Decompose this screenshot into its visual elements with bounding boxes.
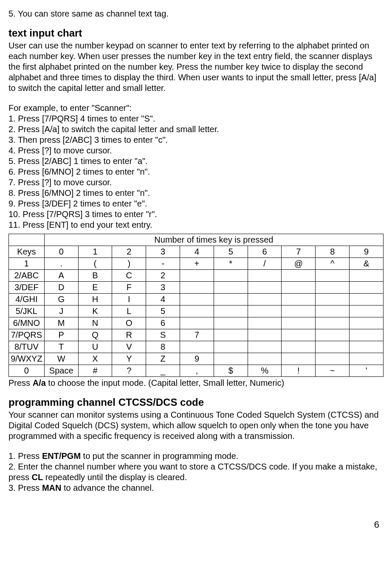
table-cell [350, 317, 384, 329]
table-cell [316, 306, 350, 317]
table-row: 5/JKL J K L 5 [9, 306, 384, 317]
table-key-cell: 6/MNO [9, 317, 45, 329]
table-cell [214, 270, 248, 282]
table-cell [248, 341, 282, 353]
page-number: 6 [8, 519, 384, 531]
table-cell [248, 317, 282, 329]
table-cell: S [146, 329, 180, 341]
table-cell: I [112, 294, 146, 306]
example-step: 2. Press [A/a] to switch the capital let… [8, 124, 384, 135]
table-key-cell: 9/WXYZ [9, 353, 45, 365]
table-cell: ) [112, 258, 146, 270]
table-cell: ' [350, 365, 384, 377]
table-cell [214, 341, 248, 353]
table-key-cell: 4/GHI [9, 294, 45, 306]
table-row: 3/DEF D E F 3 [9, 282, 384, 294]
table-cell [180, 270, 214, 282]
table-cell [214, 353, 248, 365]
bold-key: ENT/PGM [42, 451, 81, 461]
table-cell: X [78, 353, 112, 365]
table-cell [350, 329, 384, 341]
table-cell: 9 [180, 353, 214, 365]
text-fragment: to advance the channel. [61, 483, 154, 492]
table-cell: J [44, 306, 78, 317]
example-step: 7. Press [?] to move cursor. [8, 177, 384, 188]
chart-intro-paragraph: User can use the number keypad on scanne… [8, 40, 384, 93]
table-cell: Space [44, 365, 78, 377]
table-cell: T [44, 341, 78, 353]
table-cell: _ [146, 365, 180, 377]
example-step: 5. Press [2/ABC] 1 times to enter "a". [8, 156, 384, 167]
bold-key: CL [31, 472, 43, 482]
table-cell: K [78, 306, 112, 317]
table-cell [316, 282, 350, 294]
table-cell [350, 294, 384, 306]
text-fragment: Press [8, 378, 33, 388]
table-cell [350, 306, 384, 317]
table-cell: 2 [146, 270, 180, 282]
table-cell: - [146, 258, 180, 270]
table-cell: O [112, 317, 146, 329]
table-row: 9/WXYZ W X Y Z 9 [9, 353, 384, 365]
heading-ctcss-dcs: programming channel CTCSS/DCS code [8, 396, 384, 409]
table-cell [248, 329, 282, 341]
table-cell: @ [282, 258, 316, 270]
table-header-cell: 7 [282, 246, 316, 258]
table-cell: A [44, 270, 78, 282]
example-step: 6. Press [6/MNO] 2 times to enter "n". [8, 167, 384, 177]
table-cell [214, 329, 248, 341]
table-key-cell: 7/PQRS [9, 329, 45, 341]
table-cell: U [78, 341, 112, 353]
table-cell [282, 317, 316, 329]
table-cell: ^ [316, 258, 350, 270]
table-cell [282, 306, 316, 317]
ctcss-intro-paragraph: Your scanner can monitor systems using a… [8, 410, 384, 441]
table-cell [248, 294, 282, 306]
table-header-cell: 5 [214, 246, 248, 258]
text-input-chart-table: Number of times key is pressed Keys 0 1 … [8, 234, 384, 377]
table-cell [248, 282, 282, 294]
table-cell [316, 341, 350, 353]
table-cell: P [44, 329, 78, 341]
table-cell: M [44, 317, 78, 329]
table-cell: R [112, 329, 146, 341]
table-cell: Y [112, 353, 146, 365]
table-key-cell: 3/DEF [9, 282, 45, 294]
table-header-cell: 8 [316, 246, 350, 258]
table-cell: * [214, 258, 248, 270]
table-cell: F [112, 282, 146, 294]
table-cell [214, 306, 248, 317]
table-cell: / [248, 258, 282, 270]
table-row: 4/GHI G H I 4 [9, 294, 384, 306]
table-cell: ~ [316, 365, 350, 377]
table-cell: % [248, 365, 282, 377]
table-cell [350, 282, 384, 294]
example-step: 10. Press [7/PQRS] 3 times to enter "r". [8, 209, 384, 220]
ctcss-step: 2. Enter the channel number where you wa… [8, 461, 384, 483]
intro-line: 5. You can store same as channel text ta… [8, 8, 384, 19]
table-cell [316, 294, 350, 306]
table-cell: 6 [146, 317, 180, 329]
table-cell [282, 282, 316, 294]
table-cell [282, 353, 316, 365]
table-key-cell: 1 [9, 258, 45, 270]
table-row: 0 Space # ? _ , $ % ! ~ ' [9, 365, 384, 377]
table-cell [180, 282, 214, 294]
example-step: 3. Then press [2/ABC] 3 times to enter "… [8, 135, 384, 145]
table-key-cell: 2/ABC [9, 270, 45, 282]
table-header-cell: 1 [78, 246, 112, 258]
table-cell: ! [282, 365, 316, 377]
example-step: 9. Press [3/DEF] 2 times to enter "e". [8, 198, 384, 209]
table-header-row: Keys 0 1 2 3 4 5 6 7 8 9 [9, 246, 384, 258]
table-header-cell: Keys [9, 246, 45, 258]
text-fragment: 1. Press [8, 451, 42, 461]
table-cell [180, 341, 214, 353]
table-cell [214, 317, 248, 329]
heading-text-input-chart: text input chart [8, 27, 384, 40]
table-cell [214, 282, 248, 294]
table-cell [350, 341, 384, 353]
text-fragment: to put the scanner in programming mode. [81, 451, 238, 461]
table-cell [350, 353, 384, 365]
table-cell: N [78, 317, 112, 329]
table-cell: # [78, 365, 112, 377]
